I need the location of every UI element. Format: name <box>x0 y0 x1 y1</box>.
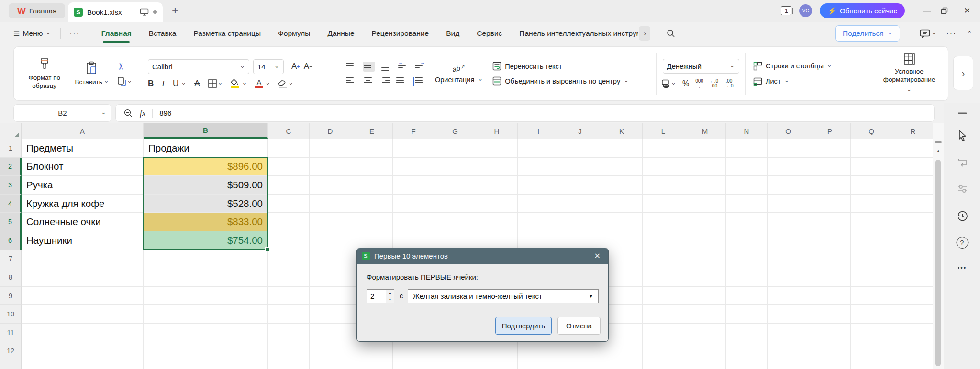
row-header-12[interactable]: 12 <box>0 342 22 361</box>
cell-B1[interactable]: Продажи <box>144 139 268 158</box>
cell-C7[interactable] <box>268 250 310 269</box>
cell-N11[interactable] <box>726 324 768 342</box>
cell-N5[interactable] <box>726 213 768 231</box>
orientation-button[interactable]: Ориентация <box>435 76 483 84</box>
cell-B11[interactable] <box>144 324 268 342</box>
tab-formulas[interactable]: Формулы <box>278 26 310 41</box>
cell-A11[interactable] <box>22 324 144 342</box>
cell-Q7[interactable] <box>851 250 892 269</box>
cell-E[interactable] <box>351 360 393 369</box>
cell-F3[interactable] <box>393 176 434 195</box>
cell-C12[interactable] <box>268 342 310 361</box>
cell-O8[interactable] <box>768 268 809 287</box>
cell-P6[interactable] <box>809 231 851 250</box>
align-middle-icon[interactable] <box>363 62 375 72</box>
cell-G[interactable] <box>434 360 476 369</box>
cell-J12[interactable] <box>559 342 601 361</box>
cell-K3[interactable] <box>601 176 643 195</box>
cell-H[interactable] <box>476 360 518 369</box>
row-header-10[interactable]: 10 <box>0 305 22 324</box>
cell-I1[interactable] <box>518 139 559 158</box>
cell-H12[interactable] <box>476 342 518 361</box>
cell-D12[interactable] <box>310 342 351 361</box>
font-size-dropdown[interactable]: 14 <box>253 59 284 74</box>
cell-J1[interactable] <box>559 139 601 158</box>
select-all-corner[interactable] <box>0 123 22 139</box>
count-value[interactable]: 2 <box>367 290 386 303</box>
cell-F5[interactable] <box>393 213 434 231</box>
increase-decimal-button[interactable]: .00 →.0 <box>724 79 733 89</box>
cell-P8[interactable] <box>809 268 851 287</box>
cell-O5[interactable] <box>768 213 809 231</box>
more-options-button[interactable]: ··· <box>946 29 957 38</box>
align-right-icon[interactable] <box>379 77 390 86</box>
tabs-overflow-chevron[interactable]: › <box>639 26 650 41</box>
bold-button[interactable]: B <box>148 79 154 88</box>
name-box[interactable]: B2 <box>13 104 111 122</box>
cell-C10[interactable] <box>268 305 310 324</box>
count-spinner[interactable]: 2 ▲ ▼ <box>367 289 394 303</box>
cell-D5[interactable] <box>310 213 351 231</box>
home-launcher-tab[interactable]: W Главная <box>9 3 65 18</box>
cell-P7[interactable] <box>809 250 851 269</box>
fill-color-button[interactable] <box>231 79 239 88</box>
cell-Q2[interactable] <box>851 158 892 176</box>
cell-C8[interactable] <box>268 268 310 287</box>
cancel-button[interactable]: Отмена <box>557 317 601 335</box>
cell-C3[interactable] <box>268 176 310 195</box>
cell-L7[interactable] <box>643 250 684 269</box>
row-header-6[interactable]: 6 <box>0 231 22 250</box>
cell-C[interactable] <box>268 360 310 369</box>
cell-O4[interactable] <box>768 195 809 213</box>
cell-A5[interactable]: Солнечные очки <box>22 213 144 231</box>
cell-H3[interactable] <box>476 176 518 195</box>
cell-R4[interactable] <box>892 195 934 213</box>
cell-D11[interactable] <box>310 324 351 342</box>
cell-M7[interactable] <box>684 250 726 269</box>
column-header-M[interactable]: M <box>684 123 726 139</box>
cell-E4[interactable] <box>351 195 393 213</box>
tab-page-layout[interactable]: Разметка страницы <box>193 26 261 41</box>
cell-G6[interactable] <box>434 231 476 250</box>
cell-R3[interactable] <box>892 176 934 195</box>
cell-R9[interactable] <box>892 287 934 305</box>
cell-O10[interactable] <box>768 305 809 324</box>
cell-B5[interactable]: $833.00 <box>144 213 268 231</box>
cell-B6[interactable]: $754.00 <box>144 231 268 250</box>
cell-C4[interactable] <box>268 195 310 213</box>
cell-L[interactable] <box>643 360 684 369</box>
cell-C1[interactable] <box>268 139 310 158</box>
cell-F2[interactable] <box>393 158 434 176</box>
cell-K5[interactable] <box>601 213 643 231</box>
cell-N2[interactable] <box>726 158 768 176</box>
share-button[interactable]: Поделиться <box>835 25 900 42</box>
scrollbar-thumb[interactable] <box>935 160 941 366</box>
cell-M12[interactable] <box>684 342 726 361</box>
currency-format-button[interactable] <box>661 79 676 88</box>
cell-Q12[interactable] <box>851 342 892 361</box>
dialog-close-icon[interactable]: ✕ <box>591 251 603 260</box>
underline-button[interactable]: U <box>173 79 178 88</box>
cell-I6[interactable] <box>518 231 559 250</box>
cell-L11[interactable] <box>643 324 684 342</box>
cell-M4[interactable] <box>684 195 726 213</box>
cell-A4[interactable]: Кружка для кофе <box>22 195 144 213</box>
cell-N12[interactable] <box>726 342 768 361</box>
cell-P2[interactable] <box>809 158 851 176</box>
cell-B3[interactable]: $509.00 <box>144 176 268 195</box>
cell-M6[interactable] <box>684 231 726 250</box>
ribbon-expand-button[interactable]: › <box>953 56 973 90</box>
quick-access-more-button[interactable]: ··· <box>69 29 80 38</box>
conditional-formatting-button[interactable]: Условное форматирование <box>870 47 948 100</box>
cell-E2[interactable] <box>351 158 393 176</box>
user-avatar[interactable]: VC <box>799 4 812 17</box>
sheet-button[interactable]: Лист <box>753 77 789 86</box>
cell-K[interactable] <box>601 360 643 369</box>
row-header-7[interactable]: 7 <box>0 250 22 269</box>
cell-N9[interactable] <box>726 287 768 305</box>
column-header-I[interactable]: I <box>518 123 559 139</box>
cell-D10[interactable] <box>310 305 351 324</box>
cell-Q5[interactable] <box>851 213 892 231</box>
tab-insert[interactable]: Вставка <box>149 26 177 41</box>
search-icon[interactable] <box>666 29 676 38</box>
